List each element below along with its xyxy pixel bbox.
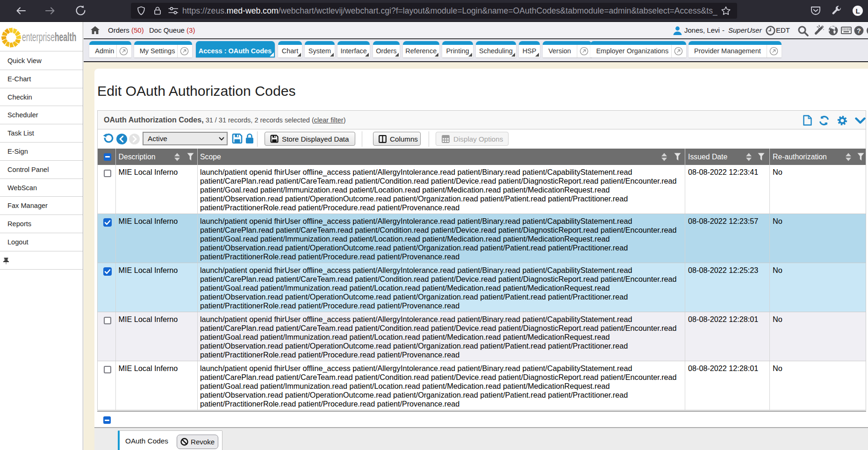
svg-text:?: ? — [857, 27, 861, 35]
